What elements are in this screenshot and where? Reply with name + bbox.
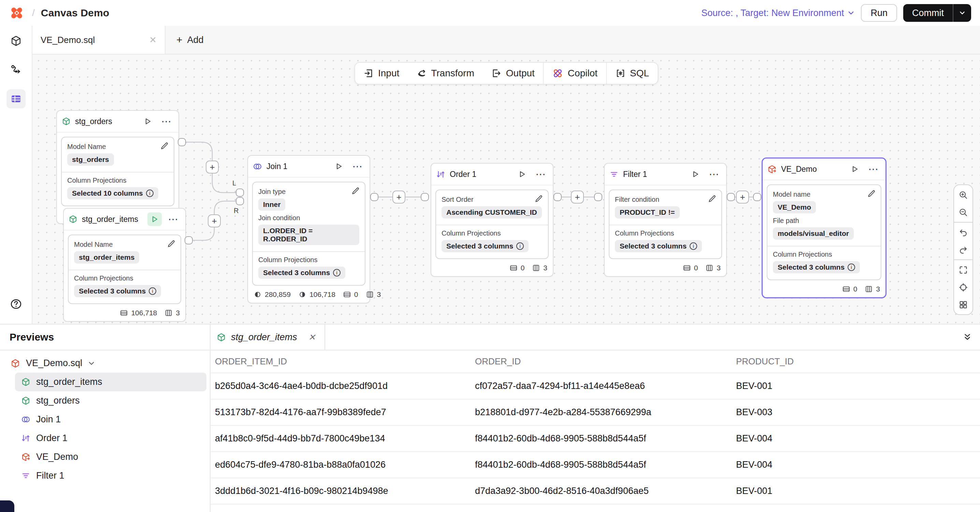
node-run-icon[interactable] — [332, 160, 346, 173]
add-step-button[interactable]: + — [736, 190, 749, 203]
commit-button[interactable]: Commit — [903, 4, 953, 22]
toolbar-copilot-button[interactable]: Copilot — [544, 63, 606, 84]
field-label: Column Projections — [442, 230, 542, 237]
output-port[interactable] — [178, 138, 186, 146]
info-icon[interactable]: i — [516, 243, 524, 250]
tab-close-icon[interactable]: ✕ — [149, 35, 157, 45]
info-icon[interactable]: i — [690, 243, 697, 250]
grid-layout-icon[interactable] — [954, 296, 972, 313]
commit-dropdown-button[interactable] — [953, 4, 971, 22]
toolbar-output-button[interactable]: Output — [483, 63, 543, 84]
input-port[interactable] — [753, 193, 761, 201]
toolbar-input-button[interactable]: Input — [355, 63, 408, 84]
node-stg-order-items[interactable]: stg_order_items ⋯ Model Name stg_order_i… — [63, 208, 186, 322]
sort-icon — [436, 170, 445, 179]
tree-item-label: Filter 1 — [36, 471, 65, 481]
cell: f84401b2-60db-4d68-9905-588b8d544a5f — [471, 425, 732, 452]
add-tab-button[interactable]: + Add — [165, 26, 215, 54]
tree-item-order-1[interactable]: Order 1 — [15, 429, 207, 448]
node-config-card: Model Name stg_order_items Column Projec… — [68, 235, 181, 304]
node-run-icon[interactable] — [141, 114, 155, 128]
divider — [62, 172, 174, 173]
node-menu-icon[interactable]: ⋯ — [166, 212, 180, 226]
info-icon[interactable]: i — [848, 263, 855, 271]
tree-item-label: stg_orders — [36, 395, 80, 406]
edit-icon[interactable] — [351, 187, 360, 195]
model-name-chip: VE_Demo — [773, 201, 816, 213]
zoom-out-icon[interactable] — [954, 203, 972, 221]
field-label: Sort Order — [442, 196, 542, 203]
node-config-card: Filter condition PRODUCT_ID != Column Pr… — [609, 190, 722, 259]
brand-logo-icon[interactable] — [9, 5, 25, 21]
column-count: 3 — [366, 290, 381, 299]
node-filter-1[interactable]: Filter 1 ⋯ Filter condition PRODUCT_ID !… — [604, 163, 727, 277]
locate-icon[interactable] — [954, 279, 972, 296]
add-step-button[interactable]: + — [571, 190, 584, 203]
run-button[interactable]: Run — [861, 4, 897, 22]
tree-item-stg-orders[interactable]: stg_orders — [15, 392, 207, 410]
tree-item-filter-1[interactable]: Filter 1 — [15, 466, 207, 485]
tree-item-ve-demo-sql[interactable]: VE_Demo.sql — [5, 354, 207, 373]
column-count: 3 — [705, 264, 721, 272]
node-stg-orders[interactable]: stg_orders ⋯ Model Name stg_orders Colum… — [56, 110, 179, 224]
add-step-button[interactable]: + — [392, 190, 406, 203]
add-step-button[interactable]: + — [208, 214, 221, 227]
info-icon[interactable]: i — [146, 190, 154, 197]
preview-tab-close-icon[interactable]: ✕ — [309, 332, 316, 342]
redo-icon[interactable] — [954, 241, 972, 258]
collapse-panel-icon[interactable] — [963, 333, 972, 342]
node-run-icon[interactable] — [848, 162, 862, 176]
fit-view-icon[interactable] — [954, 261, 972, 279]
output-port[interactable] — [554, 193, 562, 201]
toolbar-transform-label: Transform — [431, 68, 474, 79]
info-icon[interactable]: i — [333, 269, 340, 276]
models-tab-icon[interactable] — [6, 32, 25, 51]
toolbar-transform-button[interactable]: Transform — [408, 63, 483, 84]
tree-item-stg-order-items[interactable]: stg_order_items — [15, 373, 207, 392]
node-ve-demo[interactable]: VE_Demo ⋯ Model name VE_Demo File path m… — [762, 157, 886, 298]
edit-icon[interactable] — [167, 239, 176, 248]
undo-icon[interactable] — [954, 224, 972, 241]
model-cube-icon — [21, 396, 31, 405]
chevron-down-icon[interactable] — [88, 360, 95, 367]
node-run-icon[interactable] — [688, 167, 703, 181]
preview-tab-stg-order-items[interactable]: stg_order_items ✕ — [210, 325, 325, 350]
lineage-tab-icon[interactable] — [6, 60, 25, 79]
edit-icon[interactable] — [535, 194, 543, 203]
info-icon[interactable]: i — [149, 287, 156, 295]
node-menu-icon[interactable]: ⋯ — [534, 167, 548, 181]
node-join-1[interactable]: Join 1 ⋯ Join type Inner Join condition … — [247, 155, 370, 303]
previews-tab-icon[interactable] — [6, 89, 25, 108]
input-port[interactable] — [594, 193, 602, 201]
tree-item-join-1[interactable]: Join 1 — [15, 410, 207, 429]
tree-item-ve-demo[interactable]: VE_Demo — [15, 448, 207, 466]
node-menu-icon[interactable]: ⋯ — [866, 162, 881, 176]
add-step-button[interactable]: + — [206, 160, 219, 173]
join-left-input-port[interactable] — [236, 189, 244, 197]
help-icon[interactable] — [6, 295, 25, 314]
output-port[interactable] — [727, 193, 735, 201]
environment-selector[interactable]: Source: , Target: New Environment — [701, 8, 855, 18]
rows-icon — [343, 290, 351, 299]
cell: f84401b2-60db-4d68-9905-588b8d544a5f — [471, 452, 732, 478]
cell: BEV-003 — [732, 399, 980, 425]
cell: 4b34d8d6-3006-4b0c-aaad-b40ef1a344ec — [210, 504, 471, 512]
edit-icon[interactable] — [708, 194, 717, 203]
node-order-1[interactable]: Order 1 ⋯ Sort Order Ascending CUSTOMER_… — [431, 163, 554, 277]
output-port[interactable] — [370, 193, 379, 201]
node-menu-icon[interactable]: ⋯ — [350, 160, 365, 173]
node-run-icon[interactable] — [147, 212, 162, 226]
node-config-card: Sort Order Ascending CUSTOMER_ID Column … — [435, 190, 549, 259]
zoom-in-icon[interactable] — [954, 186, 972, 203]
output-port[interactable] — [185, 236, 193, 244]
dag-canvas[interactable]: Input Transform Output — [32, 54, 980, 324]
edit-icon[interactable] — [160, 141, 169, 150]
join-right-input-port[interactable] — [236, 197, 244, 205]
node-run-icon[interactable] — [515, 167, 529, 181]
tab-ve-demo-sql[interactable]: VE_Demo.sql ✕ — [32, 26, 165, 54]
node-menu-icon[interactable]: ⋯ — [159, 114, 174, 128]
edit-icon[interactable] — [867, 189, 876, 198]
input-port[interactable] — [421, 193, 429, 201]
node-menu-icon[interactable]: ⋯ — [707, 167, 721, 181]
toolbar-sql-button[interactable]: SQL — [607, 63, 657, 84]
